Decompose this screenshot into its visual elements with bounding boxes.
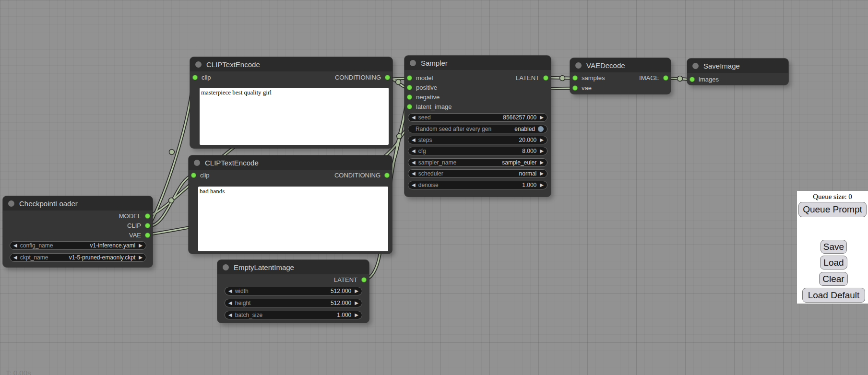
input-slot-latent-image: latent_image (404, 102, 551, 112)
node-title: CLIPTextEncode (205, 159, 259, 167)
collapse-dot-icon[interactable] (410, 60, 416, 66)
save-button[interactable]: Save (820, 240, 847, 254)
output-port-latent[interactable] (543, 75, 548, 81)
node-title-bar[interactable]: EmptyLatentImage (217, 260, 369, 274)
output-slot-latent: LATENT (404, 73, 551, 83)
output-slot-vae: VAE (3, 231, 153, 240)
widget-cfg[interactable]: ◀ cfg 8.000 ▶ (408, 147, 547, 155)
widget-scheduler[interactable]: ◀ scheduler normal ▶ (408, 169, 547, 178)
input-port-images[interactable] (690, 77, 695, 82)
link-clip-negative-wire (149, 176, 192, 226)
decrement-arrow-icon[interactable]: ◀ (412, 160, 416, 165)
widget-steps[interactable]: ◀ steps 20.000 ▶ (408, 136, 547, 144)
input-port-latent-image[interactable] (407, 104, 412, 109)
node-title-bar[interactable]: SaveImage (687, 59, 788, 73)
widget-config-name[interactable]: ◀ config_name v1-inference.yaml ▶ (10, 241, 146, 250)
collapse-dot-icon[interactable] (692, 63, 699, 69)
node-empty-latent-image[interactable]: EmptyLatentImage LATENT ◀ width 512.000 … (217, 260, 369, 323)
output-slot-clip: CLIP (3, 221, 153, 231)
increment-arrow-icon[interactable]: ▶ (540, 115, 544, 120)
node-title-bar[interactable]: CLIPTextEncode (189, 155, 392, 170)
output-port-conditioning[interactable] (384, 173, 390, 178)
node-title: Sampler (421, 59, 448, 67)
node-clip-text-encode-negative[interactable]: CLIPTextEncode clip CONDITIONING bad han… (189, 155, 392, 254)
node-vae-decode[interactable]: VAEDecode samples vae IMAGE (570, 58, 671, 94)
increment-arrow-icon[interactable]: ▶ (540, 149, 544, 153)
toggle-dot-icon[interactable] (538, 126, 544, 132)
output-port-image[interactable] (663, 75, 668, 81)
increment-arrow-icon[interactable]: ▶ (139, 243, 143, 248)
widget-batch-size[interactable]: ◀ batch_size 1.000 ▶ (225, 311, 362, 319)
collapse-dot-icon[interactable] (575, 62, 582, 69)
widget-denoise[interactable]: ◀ denoise 1.000 ▶ (408, 181, 547, 189)
widget-width[interactable]: ◀ width 512.000 ▶ (225, 287, 362, 295)
link-dot-icon (169, 198, 174, 203)
node-title: VAEDecode (586, 61, 625, 70)
decrement-arrow-icon[interactable]: ◀ (412, 149, 416, 153)
load-button[interactable]: Load (820, 256, 847, 270)
increment-arrow-icon[interactable]: ▶ (540, 160, 544, 165)
node-checkpoint-loader[interactable]: CheckpointLoader MODEL CLIP VAE ◀ config… (3, 196, 153, 267)
output-slot-image: IMAGE (570, 73, 671, 83)
node-title-bar[interactable]: CheckpointLoader (3, 196, 153, 211)
widget-random-seed-toggle[interactable]: Random seed after every gen enabled (408, 125, 547, 133)
queue-size-label: Queue size: 0 (797, 193, 868, 201)
output-slot-conditioning: CONDITIONING (190, 73, 392, 82)
collapse-dot-icon[interactable] (194, 160, 200, 166)
output-port-vae[interactable] (145, 233, 150, 238)
node-title: EmptyLatentImage (234, 263, 294, 271)
collapse-dot-icon[interactable] (8, 200, 14, 207)
link-dot-icon (169, 150, 175, 155)
increment-arrow-icon[interactable]: ▶ (540, 171, 544, 176)
node-title-bar[interactable]: Sampler (404, 56, 551, 70)
clear-button[interactable]: Clear (819, 272, 848, 286)
decrement-arrow-icon[interactable]: ◀ (13, 255, 17, 260)
output-port-latent[interactable] (361, 277, 367, 282)
input-port-positive[interactable] (407, 85, 412, 90)
widget-height[interactable]: ◀ height 512.000 ▶ (225, 299, 362, 307)
output-port-model[interactable] (145, 213, 150, 219)
collapse-dot-icon[interactable] (195, 61, 202, 68)
negative-prompt-textarea[interactable]: bad hands (198, 187, 388, 251)
node-title-bar[interactable]: VAEDecode (570, 58, 671, 72)
decrement-arrow-icon[interactable]: ◀ (412, 115, 416, 120)
decrement-arrow-icon[interactable]: ◀ (412, 183, 416, 188)
increment-arrow-icon[interactable]: ▶ (139, 255, 143, 260)
output-port-clip[interactable] (145, 223, 150, 228)
decrement-arrow-icon[interactable]: ◀ (412, 171, 416, 176)
increment-arrow-icon[interactable]: ▶ (540, 183, 544, 188)
output-slot-latent: LATENT (217, 275, 369, 285)
node-graph-canvas[interactable]: CheckpointLoader MODEL CLIP VAE ◀ config… (0, 0, 868, 375)
collapse-dot-icon[interactable] (223, 264, 229, 270)
increment-arrow-icon[interactable]: ▶ (355, 301, 358, 305)
load-default-button[interactable]: Load Default (802, 288, 865, 303)
link-clip-positive-wire (149, 78, 193, 226)
node-save-image[interactable]: SaveImage images (687, 59, 788, 85)
input-slot-negative: negative (404, 93, 551, 102)
widget-sampler-name[interactable]: ◀ sampler_name sample_euler ▶ (408, 158, 547, 167)
decrement-arrow-icon[interactable]: ◀ (13, 243, 17, 248)
widget-ckpt-name[interactable]: ◀ ckpt_name v1-5-pruned-emaonly.ckpt ▶ (10, 253, 146, 262)
node-title: CLIPTextEncode (206, 60, 260, 69)
render-time-label: T: 0.00s (6, 369, 31, 375)
decrement-arrow-icon[interactable]: ◀ (228, 301, 232, 305)
node-sampler[interactable]: Sampler model positive negative latent_i… (404, 56, 551, 197)
input-port-negative[interactable] (407, 94, 412, 100)
node-title-bar[interactable]: CLIPTextEncode (190, 57, 392, 71)
increment-arrow-icon[interactable]: ▶ (540, 138, 544, 142)
link-dot-icon (397, 134, 402, 139)
widget-seed[interactable]: ◀ seed 8566257.000 ▶ (408, 113, 547, 122)
positive-prompt-textarea[interactable]: masterpiece best quality girl (200, 88, 389, 145)
decrement-arrow-icon[interactable]: ◀ (228, 289, 232, 293)
link-dot-icon (560, 76, 565, 81)
node-clip-text-encode-positive[interactable]: CLIPTextEncode clip CONDITIONING masterp… (190, 57, 392, 148)
decrement-arrow-icon[interactable]: ◀ (412, 138, 416, 142)
increment-arrow-icon[interactable]: ▶ (355, 289, 358, 293)
queue-prompt-button[interactable]: Queue Prompt (798, 202, 867, 217)
output-slot-conditioning: CONDITIONING (189, 171, 392, 180)
input-port-vae[interactable] (572, 85, 578, 91)
output-port-conditioning[interactable] (385, 75, 390, 80)
input-slot-positive: positive (404, 83, 551, 93)
decrement-arrow-icon[interactable]: ◀ (228, 313, 232, 317)
increment-arrow-icon[interactable]: ▶ (355, 313, 358, 317)
